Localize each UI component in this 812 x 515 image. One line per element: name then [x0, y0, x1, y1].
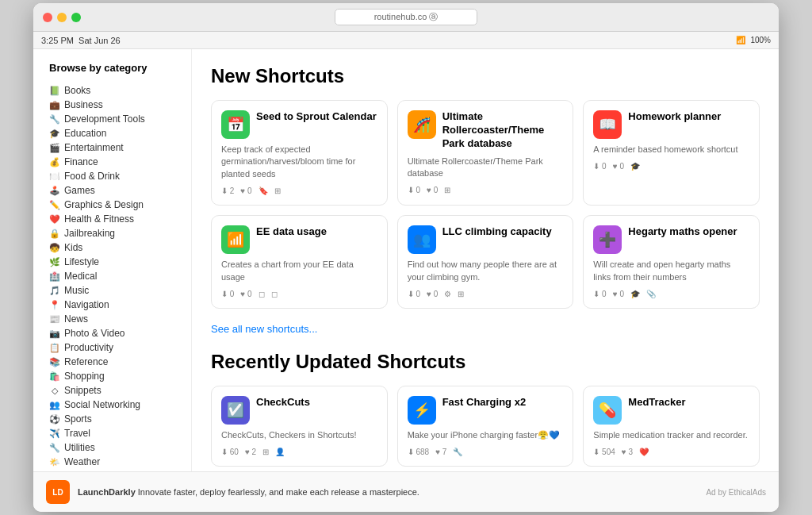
traffic-lights[interactable]	[43, 13, 81, 22]
sidebar-item-label: Widgets	[64, 471, 98, 471]
sidebar-item-productivity[interactable]: 📋Productivity	[49, 340, 191, 355]
card-fastcharge[interactable]: ⚡ Fast Charging x2 Make your iPhone char…	[397, 386, 574, 467]
card-header: ➕ Hegarty maths opener	[593, 225, 749, 254]
card-llc[interactable]: 👥 LLC climbing capacity Find out how man…	[397, 215, 574, 309]
sidebar-item-graphics--design[interactable]: ✏️Graphics & Design	[49, 198, 191, 212]
sidebar-items: 📗Books💼Business🔧Development Tools🎓Educat…	[49, 83, 191, 471]
sidebar-item-widgets[interactable]: ▦Widgets	[49, 469, 191, 471]
sidebar-item-photo--video[interactable]: 📷Photo & Video	[49, 326, 191, 340]
sidebar-item-snippets[interactable]: ◇Snippets	[49, 383, 191, 398]
download-count: ⬇ 688	[408, 448, 429, 456]
sidebar-icon: 🎵	[49, 286, 60, 296]
sidebar-item-jailbreaking[interactable]: 🔒Jailbreaking	[49, 226, 191, 240]
sidebar-item-label: Shopping	[64, 371, 105, 382]
sidebar-item-news[interactable]: 📰News	[49, 312, 191, 326]
card-header: ⚡ Fast Charging x2	[408, 396, 564, 425]
download-count: ⬇ 0	[408, 290, 420, 298]
card-badge: ⊞	[274, 186, 281, 195]
card-hegarty[interactable]: ➕ Hegarty maths opener Will create and o…	[583, 215, 760, 309]
sidebar-item-navigation[interactable]: 📍Navigation	[49, 298, 191, 312]
sidebar-item-medical[interactable]: 🏥Medical	[49, 269, 191, 283]
card-title: Homework planner	[628, 110, 721, 124]
card-header: 🎢 Ultimate Rollercoaster/Theme Park data…	[408, 110, 564, 151]
sidebar-item-label: Weather	[64, 456, 100, 467]
sidebar-item-shopping[interactable]: 🛍️Shopping	[49, 369, 191, 383]
card-desc: Make your iPhone charging faster😤💙	[408, 429, 564, 441]
sidebar-item-label: Music	[64, 285, 89, 296]
datetime: 3:25 PM Sat Jun 26	[41, 36, 121, 45]
sidebar-item-health--fitness[interactable]: ❤️Health & Fitness	[49, 212, 191, 226]
sidebar-icon: 📗	[49, 86, 60, 96]
title-bar: routinehub.co ⓐ	[33, 3, 779, 32]
sidebar-item-label: Kids	[64, 242, 82, 253]
card-ee[interactable]: 📶 EE data usage Creates a chart from you…	[211, 215, 388, 309]
sidebar-item-utilities[interactable]: 🔧Utilities	[49, 440, 191, 455]
sidebar-icon: ⚽	[49, 414, 60, 425]
download-count: ⬇ 2	[221, 186, 234, 195]
sidebar-icon: 📋	[49, 343, 60, 353]
card-header: 👥 LLC climbing capacity	[408, 225, 564, 254]
sidebar-item-label: Photo & Video	[64, 328, 125, 339]
card-meta: ⬇ 0 ♥ 0 ◻◻	[221, 290, 377, 298]
sidebar-icon: 🔧	[49, 443, 60, 453]
card-title: LLC climbing capacity	[442, 225, 552, 239]
minimize-button[interactable]	[57, 13, 67, 22]
sidebar-item-business[interactable]: 💼Business	[49, 98, 191, 112]
card-badge: ◻	[271, 290, 278, 298]
see-all-link[interactable]: See all new shortcuts...	[211, 323, 317, 335]
close-button[interactable]	[43, 13, 52, 22]
sidebar-icon: 🧒	[49, 243, 60, 253]
like-count: ♥ 0	[613, 290, 624, 298]
sidebar-item-label: Lifestyle	[64, 256, 99, 267]
sidebar-item-label: Utilities	[64, 442, 95, 453]
sidebar-item-games[interactable]: 🕹️Games	[49, 183, 191, 198]
content-area: Browse by category 📗Books💼Business🔧Devel…	[33, 49, 779, 471]
card-badge: ⊞	[458, 290, 464, 298]
sidebar-item-travel[interactable]: ✈️Travel	[49, 426, 191, 440]
sidebar-item-label: Jailbreaking	[64, 228, 115, 239]
like-count: ♥ 3	[622, 448, 633, 456]
sidebar-item-label: Health & Fitness	[64, 213, 134, 225]
like-count: ♥ 0	[240, 290, 251, 298]
sidebar-icon: 🎓	[49, 129, 60, 139]
sidebar-item-label: Travel	[64, 428, 90, 439]
card-title: EE data usage	[256, 225, 327, 239]
sidebar-icon: ▦	[49, 471, 60, 472]
sidebar-item-social-networking[interactable]: 👥Social Networking	[49, 398, 191, 412]
sidebar-item-music[interactable]: 🎵Music	[49, 283, 191, 298]
recently-updated-grid: ☑️ CheckCuts CheckCuts, Checkers in Shor…	[211, 386, 760, 471]
card-meta: ⬇ 2 ♥ 0 🔖⊞	[221, 186, 377, 195]
card-medtracker[interactable]: 💊 MedTracker Simple medication tracker a…	[583, 386, 760, 467]
sidebar-item-education[interactable]: 🎓Education	[49, 126, 191, 140]
sidebar-item-kids[interactable]: 🧒Kids	[49, 240, 191, 255]
sidebar-item-sports[interactable]: ⚽Sports	[49, 412, 191, 426]
card-badge: ⊞	[262, 448, 269, 456]
sidebar-item-books[interactable]: 📗Books	[49, 83, 191, 98]
card-homework[interactable]: 📖 Homework planner A reminder based home…	[583, 100, 760, 206]
sidebar-item-label: Reference	[64, 356, 108, 367]
card-checkcuts[interactable]: ☑️ CheckCuts CheckCuts, Checkers in Shor…	[211, 386, 388, 467]
card-badge: ❤️	[639, 448, 649, 456]
sidebar-item-lifestyle[interactable]: 🌿Lifestyle	[49, 255, 191, 269]
card-badge: ⚙	[444, 290, 451, 298]
sidebar-icon: 💰	[49, 157, 60, 167]
sidebar-icon: 🕹️	[49, 186, 60, 196]
card-header: 💊 MedTracker	[593, 396, 749, 425]
maximize-button[interactable]	[71, 13, 81, 22]
url-bar[interactable]: routinehub.co ⓐ	[335, 9, 477, 25]
card-icon: ☑️	[221, 396, 250, 425]
sidebar-icon: 🍽️	[49, 171, 60, 182]
card-header: ☑️ CheckCuts	[221, 396, 377, 425]
sidebar-item-reference[interactable]: 📚Reference	[49, 355, 191, 369]
card-icon: 📖	[593, 110, 622, 139]
sidebar-item-food--drink[interactable]: 🍽️Food & Drink	[49, 169, 191, 183]
sidebar-icon: 📰	[49, 314, 60, 325]
sidebar-icon: 🏥	[49, 271, 60, 282]
card-seed[interactable]: 📅 Seed to Sprout Calendar Keep track of …	[211, 100, 388, 206]
sidebar-item-weather[interactable]: 🌤️Weather	[49, 455, 191, 469]
card-roller[interactable]: 🎢 Ultimate Rollercoaster/Theme Park data…	[397, 100, 574, 206]
sidebar-item-entertainment[interactable]: 🎬Entertainment	[49, 140, 191, 155]
sidebar-item-development-tools[interactable]: 🔧Development Tools	[49, 112, 191, 126]
sidebar-item-finance[interactable]: 💰Finance	[49, 155, 191, 169]
like-count: ♥ 7	[435, 448, 446, 456]
